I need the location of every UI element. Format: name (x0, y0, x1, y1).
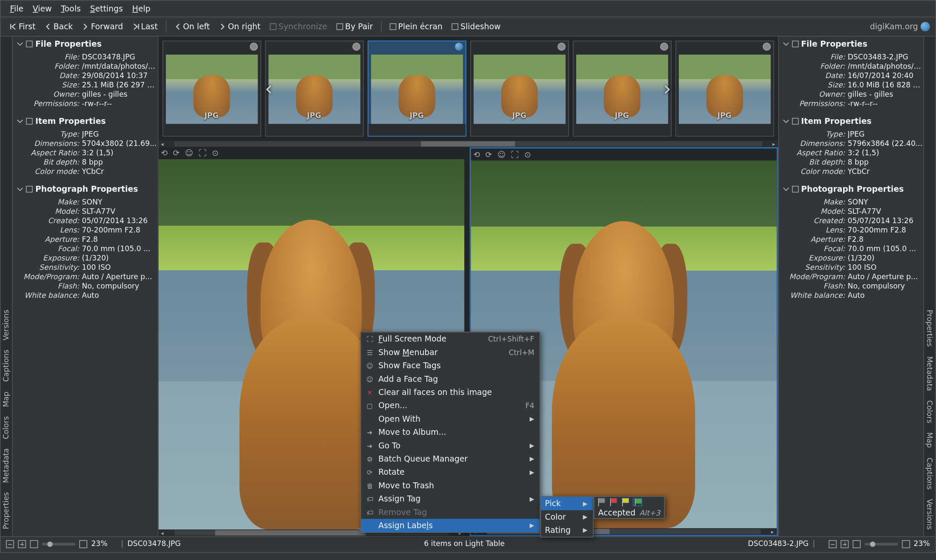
thumbnail[interactable]: JPG (162, 41, 261, 137)
vtab-properties[interactable]: Properties (1, 488, 12, 533)
on-left-button[interactable]: On left (170, 20, 214, 33)
file-properties-header[interactable]: File Properties (13, 36, 157, 51)
menu-view[interactable]: View (29, 2, 56, 15)
thumbnail[interactable]: JPG (265, 41, 363, 137)
vtab-captions[interactable]: Captions (924, 454, 936, 494)
tool-options-icon[interactable]: ⊙ (212, 148, 219, 158)
property-row: Dimensions:5704x3802 (21.69... (13, 139, 157, 148)
digikam-link[interactable]: digiKam.org (870, 22, 930, 31)
submenu-pick: AcceptedAlt+3 (594, 496, 665, 519)
chevron-left-icon (174, 23, 181, 30)
flag-rejected-icon[interactable] (609, 498, 618, 506)
fit-icon[interactable] (852, 540, 860, 548)
strip-nav-right[interactable]: › (663, 77, 671, 100)
property-label: Color mode: (779, 167, 848, 176)
fit-icon[interactable] (30, 540, 38, 548)
vtab-metadata[interactable]: Metadata (1, 445, 12, 487)
vtab-metadata[interactable]: Metadata (924, 352, 936, 395)
tool-rotate-left-icon[interactable]: ⟲ (473, 150, 480, 159)
property-row: Date:16/07/2014 20:40 (779, 71, 923, 81)
tool-options-icon[interactable]: ⊙ (524, 150, 531, 159)
vtab-versions[interactable]: Versions (924, 495, 936, 533)
vtab-map[interactable]: Map (924, 428, 936, 452)
tool-face-icon[interactable]: ☺ (497, 150, 506, 159)
zoom-slider-left[interactable] (42, 543, 76, 545)
file-properties-header[interactable]: File Properties (779, 36, 923, 51)
fit-to-window-icon[interactable] (79, 540, 87, 548)
thumbnail-strip[interactable]: ‹ › JPG JPG JPG JPG JPG JPG (158, 36, 778, 140)
item-properties-header[interactable]: Item Properties (779, 114, 923, 129)
tool-fullscreen-icon[interactable]: ⛶ (511, 150, 519, 159)
ctx-rotate[interactable]: ⟳Rotate▶ (361, 465, 540, 479)
tool-face-icon[interactable]: ☺ (185, 148, 193, 158)
status-file-left: DSC03478.JPG (127, 540, 181, 548)
synchronize-button[interactable]: Synchronize (266, 20, 331, 33)
slideshow-icon (452, 23, 459, 30)
thumbnail[interactable]: JPG (367, 41, 466, 137)
last-button[interactable]: Last (128, 20, 162, 33)
first-button[interactable]: First (6, 20, 39, 33)
fit-to-window-icon[interactable] (902, 540, 910, 548)
submenu-rating[interactable]: Rating▶ (541, 524, 593, 537)
ctx-open[interactable]: ▢Open...F4 (361, 399, 540, 412)
thumbnail[interactable]: JPG (572, 41, 671, 137)
ctx-show-menubar[interactable]: ☰Show MenubarCtrl+M (361, 346, 540, 359)
submenu-color[interactable]: Color▶ (541, 510, 593, 524)
vtab-colors[interactable]: Colors (1, 412, 12, 443)
section-icon (792, 186, 799, 193)
ctx-assign-labels[interactable]: Assign Labels▶ (361, 519, 540, 532)
ctx-trash[interactable]: 🗑Move to Trash (361, 479, 540, 492)
fullscreen-button[interactable]: Plein écran (386, 20, 447, 33)
thumbnail[interactable]: JPG (675, 41, 773, 137)
ctx-assign-tag[interactable]: 🏷Assign Tag▶ (361, 492, 540, 505)
ctx-show-face-tags[interactable]: ☺Show Face Tags (361, 359, 540, 372)
thumbnail-format-label: JPG (573, 110, 670, 121)
slideshow-button[interactable]: Slideshow (448, 20, 504, 33)
flag-accepted-icon[interactable] (633, 498, 642, 506)
zoom-slider-right[interactable] (864, 543, 898, 545)
ctx-batch-queue[interactable]: ⚙Batch Queue Manager▶ (361, 452, 540, 465)
ctx-open-with[interactable]: Open With▶ (361, 412, 540, 426)
tool-rotate-right-icon[interactable]: ⟳ (485, 150, 492, 159)
forward-button[interactable]: Forward (78, 20, 127, 33)
ctx-add-face-tag[interactable]: ☺Add a Face Tag (361, 372, 540, 386)
tool-fullscreen-icon[interactable]: ⛶ (199, 148, 207, 158)
submenu-pick[interactable]: Pick▶ (541, 497, 593, 510)
ctx-clear-faces[interactable]: ✕Clear all faces on this image (361, 386, 540, 399)
menu-tools[interactable]: Tools (57, 2, 84, 15)
tool-rotate-right-icon[interactable]: ⟳ (173, 148, 180, 158)
vtab-map[interactable]: Map (1, 387, 12, 411)
by-pair-button[interactable]: By Pair (333, 20, 377, 33)
ctx-move-album[interactable]: ➜Move to Album... (361, 426, 540, 439)
back-button[interactable]: Back (41, 20, 77, 33)
section-icon (26, 118, 33, 125)
strip-nav-left[interactable]: ‹ (265, 77, 273, 100)
zoom-in-icon[interactable] (18, 540, 26, 548)
zoom-out-icon[interactable] (6, 540, 14, 548)
item-properties-header[interactable]: Item Properties (13, 114, 157, 129)
property-row: Model:SLT-A77V (13, 207, 157, 216)
menu-settings[interactable]: Settings (86, 2, 127, 15)
vtab-properties[interactable]: Properties (924, 306, 936, 351)
property-row: Type:JPEG (779, 130, 923, 139)
goto-icon: ➜ (365, 441, 374, 450)
tool-rotate-left-icon[interactable]: ⟲ (161, 148, 168, 158)
photograph-properties-header[interactable]: Photograph Properties (13, 182, 157, 197)
ctx-go-to[interactable]: ➜Go To▶ (361, 439, 540, 452)
menu-file[interactable]: FFileile (6, 2, 27, 15)
property-label: Size: (779, 81, 848, 90)
thumbnail[interactable]: JPG (470, 41, 569, 137)
strip-scrollbar[interactable]: ◂▸ (158, 140, 778, 147)
flag-pending-icon[interactable] (621, 498, 630, 506)
property-row: Exposure:(1/320) (779, 254, 923, 263)
menu-help[interactable]: Help (128, 2, 154, 15)
zoom-in-icon[interactable] (841, 540, 849, 548)
on-right-button[interactable]: On right (215, 20, 264, 33)
flag-none-icon[interactable] (597, 498, 606, 506)
photograph-properties-header[interactable]: Photograph Properties (779, 182, 923, 197)
zoom-out-icon[interactable] (828, 540, 836, 548)
vtab-captions[interactable]: Captions (1, 346, 12, 386)
ctx-full-screen[interactable]: ⛶Full Screen ModeCtrl+Shift+F (361, 332, 540, 345)
vtab-colors[interactable]: Colors (924, 396, 936, 427)
vtab-versions[interactable]: Versions (1, 306, 12, 344)
